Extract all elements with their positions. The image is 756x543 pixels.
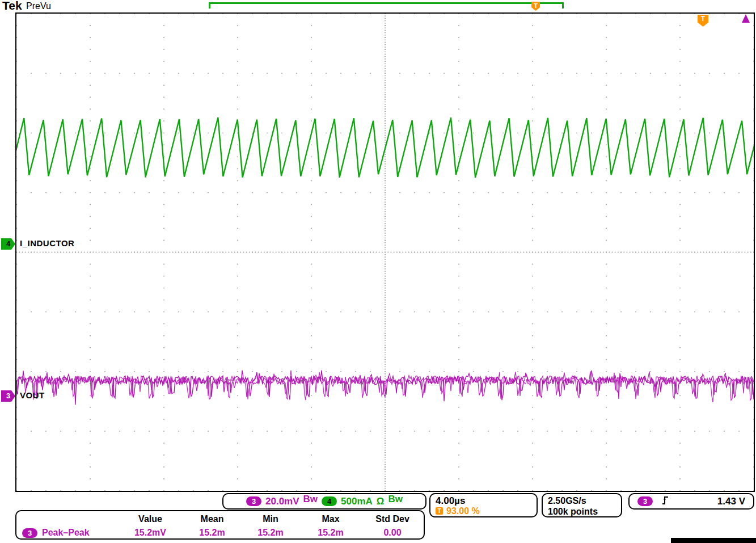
col-header-max: Max xyxy=(299,514,362,524)
ch3-scale: 20.0mV xyxy=(265,496,299,507)
ch4-coupling-ohm-icon: Ω xyxy=(377,496,385,507)
sample-rate: 2.50GS/s xyxy=(548,495,616,506)
brand-logo: Tek xyxy=(2,0,22,12)
trigger-readout: 3 1.43 V xyxy=(628,493,754,510)
measurement-source-badge: 3 xyxy=(22,528,37,538)
col-header-min: Min xyxy=(242,514,299,524)
col-header-mean: Mean xyxy=(182,514,242,524)
col-header-value: Value xyxy=(119,514,182,524)
ch4-ground-marker: 4 xyxy=(1,238,15,250)
ch4-bandwidth-limit-icon: Bw xyxy=(388,494,403,505)
acquisition-readout: 2.50GS/s 100k points xyxy=(542,493,622,517)
record-length: 100k points xyxy=(548,506,616,517)
ch3-bandwidth-limit-icon: Bw xyxy=(303,494,318,505)
ch4-badge: 4 xyxy=(322,496,337,506)
oscilloscope-screen: Tek PreVu T I_INDUCTOR VOUT T 4 3 3 20.0… xyxy=(0,0,756,543)
measurement-mean: 15.2m xyxy=(182,528,242,538)
trigger-level-value: 1.43 V xyxy=(717,496,745,507)
channel-scale-readout: 3 20.0mV Bw 4 500mA Ω Bw xyxy=(222,493,426,510)
ch4-trace-label: I_INDUCTOR xyxy=(20,238,74,248)
ch3-ground-marker: 3 xyxy=(1,390,15,402)
measurement-row-name: 3 Peak–Peak xyxy=(18,528,119,538)
waveform-plot xyxy=(16,14,754,491)
measurement-name: Peak–Peak xyxy=(42,528,90,538)
ch4-scale: 500mA xyxy=(341,496,373,507)
trigger-t-icon: T xyxy=(436,507,443,515)
datetime-box-cutoff xyxy=(671,538,756,543)
trigger-source-badge: 3 xyxy=(637,496,653,506)
timebase-value: 4.00µs xyxy=(436,495,531,506)
waveform-display: I_INDUCTOR VOUT T xyxy=(15,12,755,492)
timebase-readout: 4.00µs T 93.00 % xyxy=(429,493,538,517)
trigger-level-arrow-icon xyxy=(742,14,750,23)
measurement-min: 15.2m xyxy=(242,528,299,538)
acquisition-mode-label: PreVu xyxy=(26,1,51,11)
top-status-bar: Tek PreVu T xyxy=(0,0,756,12)
trigger-position-percent: 93.00 % xyxy=(446,506,480,516)
measurement-table: Value Mean Min Max Std Dev 3 Peak–Peak 1… xyxy=(15,510,425,540)
acquisition-preview-bar: T xyxy=(209,2,564,9)
measurement-value: 15.2mV xyxy=(119,528,182,538)
measurement-max: 15.2m xyxy=(299,528,362,538)
col-header-stddev: Std Dev xyxy=(362,514,423,524)
trigger-slope-icon xyxy=(662,495,670,508)
ch3-badge: 3 xyxy=(246,496,261,506)
ch3-trace-label: VOUT xyxy=(20,390,45,400)
trigger-position-marker-icon: T xyxy=(531,2,540,11)
measurement-stddev: 0.00 xyxy=(362,528,423,538)
